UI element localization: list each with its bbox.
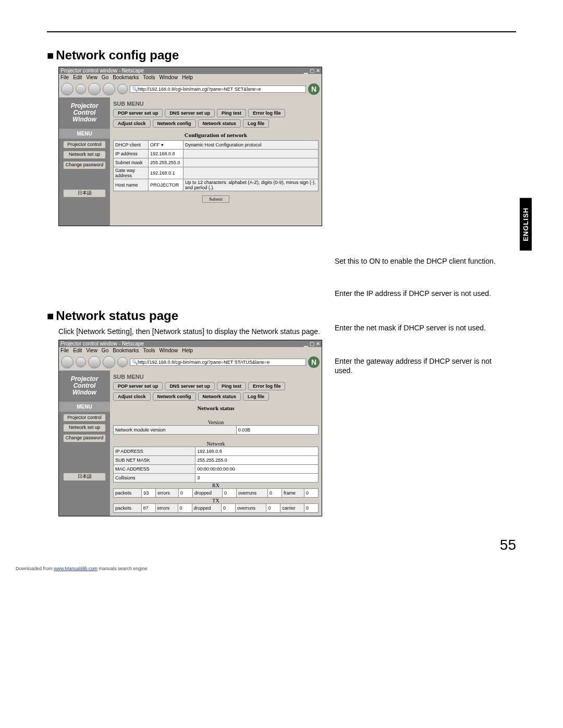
logo: ProjectorControlWindow [59,100,110,127]
screenshot-status: Projector control window - Netscape▁ ▢ ✕… [58,340,322,516]
ip-address-value: 192.168.0.8 [195,447,319,456]
config-title: Configuration of network [113,132,319,138]
adjust-clock-button[interactable]: Adjust clock [113,119,151,128]
ip-address-field[interactable]: 192.168.0.8 [149,150,183,158]
page-number: 55 [500,537,516,553]
section2-title: ■Network status page [47,309,516,323]
menubar: FileEditViewGoBookmarksToolsWindowHelp [59,74,322,81]
section1-title: ■Network config page [47,48,516,63]
collisions-value: 3 [195,474,319,483]
window-title: Projector control window - Netscape [60,68,144,73]
error-log-button[interactable]: Error log file [248,109,286,117]
subnet-mask-field[interactable]: 255.255.255.0 [149,158,183,167]
sidebar-item-japanese[interactable]: 日本語 [63,189,106,198]
sidebar-item-network-setup[interactable]: Network set up [63,151,106,159]
version-value: 0.03B [236,426,318,435]
back-icon[interactable] [61,356,74,368]
forward-icon[interactable] [76,357,86,367]
subnet-mask-value: 255.255.255.0 [195,456,319,465]
reload-icon[interactable] [88,356,101,368]
stop-icon[interactable] [103,83,115,95]
dns-server-button[interactable]: DNS server set up [165,109,215,117]
gateway-field[interactable]: 192.168.0.1 [149,167,183,179]
submenu-label: SUB MENU [113,101,319,107]
callout-mask: Enter the net mask if DHCP server is not… [335,323,501,332]
english-tab: ENGLISH [520,198,532,251]
status-title: Network status [113,405,319,411]
url-input[interactable]: 🔍 http://192.168.0.8/cgi-bin/main.cgi?pa… [130,85,306,93]
network-table: IP ADDRESS192.168.0.8 SUB NET MASK255.25… [113,447,319,483]
menu-label: MENU [59,129,110,139]
home-icon[interactable] [117,84,128,94]
submit-button[interactable]: Submit [202,195,229,203]
window-controls-icon: ▁ ▢ ✕ [304,68,320,73]
network-config-button[interactable]: Network config [153,119,196,128]
tx-table: packets87 errors0 dropped0 overruns0 car… [113,503,319,513]
rx-table: packets93 errors0 dropped0 overruns0 fra… [113,488,319,498]
version-table: Network module version 0.03B [113,425,319,435]
window-controls-icon: ▁ ▢ ✕ [304,341,320,347]
forward-icon[interactable] [76,84,86,94]
callout-ip: Enter the IP address if DHCP server is n… [335,289,501,298]
dhcp-client-field[interactable]: OFF [150,142,160,147]
window-title-2: Projector control window - Netscape [60,341,144,347]
netscape-icon: N [308,83,320,95]
sidebar: ProjectorControlWindow MENU Projector co… [59,97,110,226]
reload-icon[interactable] [88,83,101,95]
footer-link[interactable]: www.Manualslib.com [54,566,97,571]
stop-icon[interactable] [103,356,115,368]
network-status-button[interactable]: Network status [198,119,241,128]
hostname-field[interactable]: PROJECTOR [149,179,183,191]
config-table: DHCP clientOFF ▾Dynamic Host Configurati… [113,140,319,191]
log-file-button[interactable]: Log file [243,119,269,128]
url-input[interactable]: 🔍 http://192.168.0.8/cgi-bin/main.cgi?pa… [130,359,306,366]
netscape-icon: N [308,356,320,368]
ping-test-button[interactable]: Ping test [217,109,246,117]
callout-dhcp: Set this to ON to enable the DHCP client… [335,256,501,266]
back-icon[interactable] [61,83,74,95]
sidebar-item-change-password[interactable]: Change password [63,161,106,169]
toolbar: 🔍 http://192.168.0.8/cgi-bin/main.cgi?pa… [59,81,322,97]
screenshot-config: Projector control window - Netscape▁ ▢ ✕… [58,67,322,226]
sidebar-item-projector-control[interactable]: Projector control [63,141,106,149]
pop-server-button[interactable]: POP server set up [113,109,163,117]
footer: Downloaded from www.Manualslib.com manua… [16,566,148,571]
mac-address-value: 00:00:00:00:00:00 [195,465,319,474]
home-icon[interactable] [117,357,128,367]
